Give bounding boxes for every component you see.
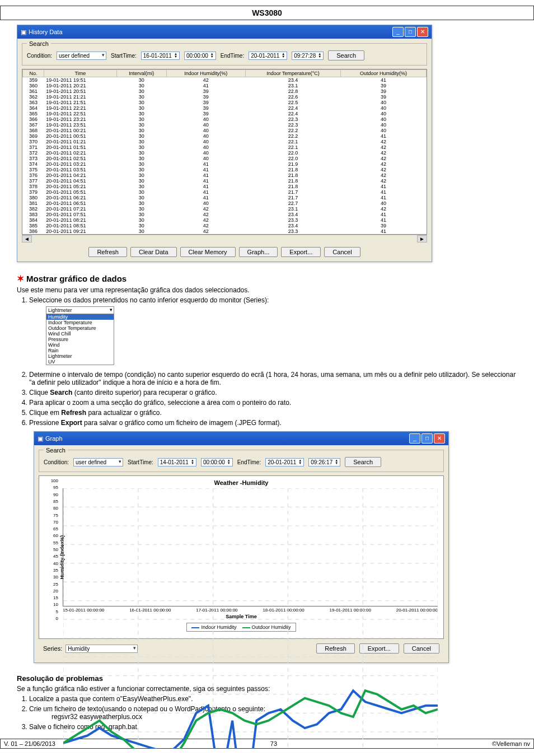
history-search-fieldset: Search Condition: user defined StartTime… <box>22 43 427 66</box>
scroll-left-icon[interactable]: ◄ <box>22 235 32 242</box>
ytick: 80 <box>53 506 58 511</box>
series-option[interactable]: Wind Chill <box>46 331 114 337</box>
search-legend: Search <box>44 447 68 454</box>
start-date-input[interactable]: 14-01-2011▲▼ <box>158 458 196 466</box>
table-row[interactable]: 37920-01-2011 05:51304121.741 <box>23 189 427 195</box>
condition-label: Condition: <box>27 53 52 59</box>
footer-version: V. 01 – 21/06/2013 <box>4 740 55 747</box>
table-row[interactable]: 37520-01-2011 03:51304121.842 <box>23 167 427 172</box>
history-title: History Data <box>29 29 63 35</box>
ytick: 75 <box>53 512 58 517</box>
table-row[interactable]: 36719-01-2011 23:51304022.340 <box>23 122 427 128</box>
step-6: Pressione Export para salvar o gráfico c… <box>29 419 517 427</box>
table-row[interactable]: 37220-01-2011 02:21304022.042 <box>23 150 427 156</box>
minimize-icon[interactable]: _ <box>409 433 420 444</box>
endtime-label: EndTime: <box>221 53 244 59</box>
ytick: 25 <box>53 581 58 586</box>
chart-series-line <box>63 690 438 749</box>
export-button[interactable]: Export... <box>281 247 321 257</box>
refresh-button[interactable]: Refresh <box>88 247 127 257</box>
series-selected[interactable]: Lightmeter <box>46 307 114 314</box>
graph-title: Graph <box>45 435 63 442</box>
table-row[interactable]: 38020-01-2011 06:21304121.741 <box>23 195 427 200</box>
series-select[interactable]: Humidity <box>65 645 138 653</box>
table-header[interactable]: No. <box>23 70 44 77</box>
table-header[interactable]: Indoor Humidity(%) <box>166 70 245 77</box>
series-option[interactable]: Rain <box>46 348 114 353</box>
table-row[interactable]: 38220-01-2011 07:21304223.142 <box>23 206 427 212</box>
footer-copyright: ©Velleman nv <box>492 740 530 747</box>
series-option[interactable]: UV <box>46 359 114 365</box>
clear-memory-button[interactable]: Clear Memory <box>180 247 236 257</box>
table-row[interactable]: 36519-01-2011 22:51303922.440 <box>23 111 427 116</box>
series-dropdown-open[interactable]: Lightmeter Humidity Indoor TemperatureOu… <box>46 306 114 365</box>
table-header[interactable]: Outdoor Humidity(%) <box>341 70 427 77</box>
end-time-input[interactable]: 09:26:17▲▼ <box>308 458 340 466</box>
condition-dropdown[interactable]: user defined <box>73 458 123 466</box>
scroll-right-icon[interactable]: ► <box>417 235 427 242</box>
graph-titlebar[interactable]: ▣ Graph _ □ ✕ <box>34 432 448 445</box>
maximize-icon[interactable]: □ <box>405 27 416 37</box>
table-row[interactable]: 37320-01-2011 02:51304022.042 <box>23 156 427 161</box>
table-row[interactable]: 37120-01-2011 01:51304022.142 <box>23 144 427 150</box>
chart-plot[interactable] <box>63 488 438 606</box>
horizontal-scrollbar[interactable]: ◄ ► <box>22 235 427 242</box>
history-window: ▣ History Data _ □ ✕ Search Condition: u… <box>17 25 432 262</box>
start-time-input[interactable]: 00:00:00▲▼ <box>201 458 233 466</box>
start-date-input[interactable]: 16-01-2011▲▼ <box>141 52 180 60</box>
table-row[interactable]: 37820-01-2011 05:21304121.841 <box>23 184 427 189</box>
table-row[interactable]: 36119-01-2011 20:51303922.839 <box>23 88 427 94</box>
graph-button[interactable]: Graph... <box>239 247 278 257</box>
minimize-icon[interactable]: _ <box>392 27 404 37</box>
table-row[interactable]: 38420-01-2011 08:21304223.341 <box>23 217 427 223</box>
table-row[interactable]: 38620-01-2011 09:21304223.341 <box>23 228 427 234</box>
starttime-label: StartTime: <box>111 53 137 59</box>
search-button[interactable]: Search <box>345 457 381 467</box>
table-header[interactable]: Indoor Temperature(°C) <box>245 70 340 77</box>
graph-window: ▣ Graph _ □ ✕ Search Condition: user def… <box>34 431 449 663</box>
end-date-input[interactable]: 20-01-2011▲▼ <box>265 458 304 466</box>
table-row[interactable]: 37420-01-2011 03:21304121.942 <box>23 161 427 167</box>
step-4: Para aplicar o zoom a uma secção do gráf… <box>29 399 517 407</box>
table-row[interactable]: 36219-01-2011 21:21303922.639 <box>23 94 427 100</box>
end-date-input[interactable]: 20-01-2011▲▼ <box>249 52 287 60</box>
series-opt-humidity[interactable]: Humidity <box>46 314 114 320</box>
clear-data-button[interactable]: Clear Data <box>130 247 177 257</box>
series-option[interactable]: Pressure <box>46 337 114 342</box>
table-row[interactable]: 37020-01-2011 01:21304022.142 <box>23 139 427 144</box>
table-row[interactable]: 38320-01-2011 07:51304223.441 <box>23 212 427 217</box>
series-option[interactable]: Outdoor Temperature <box>46 325 114 331</box>
table-row[interactable]: 36019-01-2011 20:21304123.139 <box>23 83 427 88</box>
table-row[interactable]: 37620-01-2011 04:21304121.842 <box>23 172 427 178</box>
starttime-label: StartTime: <box>128 459 153 465</box>
doc-header: WS3080 <box>0 6 534 20</box>
start-time-input[interactable]: 00:00:00▲▼ <box>184 52 216 60</box>
chart-area[interactable]: Weather -Humidity Humidity (Index%) 1009… <box>39 475 444 639</box>
series-option[interactable]: Indoor Temperature <box>46 320 114 325</box>
table-header[interactable]: Interval(mi) <box>116 70 166 77</box>
series-option[interactable]: Lightmeter <box>46 353 114 359</box>
series-option[interactable]: Wind <box>46 342 114 348</box>
table-row[interactable]: 35919-01-2011 19:51304223.441 <box>23 77 427 83</box>
table-header[interactable]: Time <box>44 70 116 77</box>
table-row[interactable]: 37720-01-2011 04:51304121.842 <box>23 178 427 184</box>
history-titlebar[interactable]: ▣ History Data _ □ ✕ <box>17 25 432 39</box>
table-row[interactable]: 38520-01-2011 08:51304223.439 <box>23 223 427 228</box>
cancel-button[interactable]: Cancel <box>324 247 360 257</box>
close-icon[interactable]: ✕ <box>434 433 445 444</box>
close-icon[interactable]: ✕ <box>417 27 428 37</box>
maximize-icon[interactable]: □ <box>421 433 433 444</box>
condition-label: Condition: <box>44 459 69 465</box>
table-row[interactable]: 36419-01-2011 22:21303922.440 <box>23 105 427 111</box>
search-button[interactable]: Search <box>328 50 364 60</box>
table-row[interactable]: 36619-01-2011 23:21304022.340 <box>23 116 427 122</box>
table-row[interactable]: 36920-01-2011 00:51304022.241 <box>23 133 427 139</box>
section-heading-text: Mostrar gráfico de dados <box>26 274 127 283</box>
table-row[interactable]: 36820-01-2011 00:21304022.240 <box>23 128 427 133</box>
end-time-input[interactable]: 09:27:28▲▼ <box>292 52 324 60</box>
section-icon: ✶ <box>17 273 24 284</box>
table-row[interactable]: 38120-01-2011 06:51304022.740 <box>23 200 427 206</box>
table-row[interactable]: 36319-01-2011 21:51303922.540 <box>23 100 427 105</box>
condition-dropdown[interactable]: user defined <box>57 52 106 60</box>
history-table[interactable]: No.TimeInterval(mi)Indoor Humidity(%)Ind… <box>22 69 427 235</box>
